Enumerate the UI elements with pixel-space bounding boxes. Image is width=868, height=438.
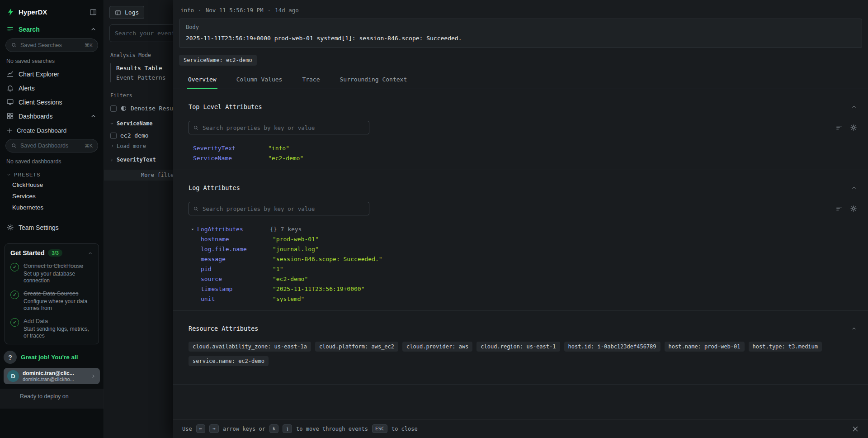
get-started-item-add-data[interactable]: ✓ Add Data Start sending logs, metrics, …: [10, 318, 93, 339]
shortcut-hint: ⌘K: [85, 143, 93, 149]
resource-chip[interactable]: cloud.availability_zone: us-east-1a: [189, 342, 311, 352]
get-started-item-subtitle: Set up your database connection: [24, 271, 91, 284]
collapse-section-icon[interactable]: [851, 325, 857, 332]
search-nav-icon: [6, 25, 14, 33]
sidebar-item-label: Alerts: [19, 85, 35, 92]
attribute-value: "1": [273, 266, 857, 273]
event-timestamp: Nov 11 5:56:19 PM: [206, 7, 264, 14]
resource-chip[interactable]: host.name: prod-web-01: [665, 342, 745, 352]
collapse-section-icon[interactable]: [851, 104, 857, 110]
search-icon: [11, 42, 17, 48]
get-started-item-text: Create Data Sources Configure where your…: [24, 290, 91, 312]
hyperdx-logo-icon[interactable]: [6, 8, 15, 16]
monitor-icon: [6, 98, 14, 106]
collapse-section-icon[interactable]: [851, 185, 857, 191]
presets-toggle[interactable]: PRESETS: [6, 172, 97, 177]
attribute-row[interactable]: hostname "prod-web-01": [189, 234, 857, 244]
attribute-row[interactable]: source "ec2-demo": [189, 274, 857, 284]
sidebar-item-alerts[interactable]: Alerts: [0, 81, 104, 95]
attribute-value: "journal.log": [273, 246, 857, 253]
resource-chip[interactable]: cloud.region: us-east-1: [476, 342, 560, 352]
sort-lines-icon[interactable]: [835, 205, 843, 212]
user-texts: dominic.tran@clic... dominic.tran@clickh…: [23, 370, 87, 382]
section-toolbar: [189, 202, 857, 215]
saved-dashboards-field[interactable]: [20, 143, 81, 149]
attribute-row[interactable]: log.file.name "journal.log": [189, 244, 857, 254]
get-started-item-sources[interactable]: ✓ Create Data Sources Configure where yo…: [10, 290, 93, 312]
sidebar-item-search[interactable]: Search: [0, 22, 104, 36]
ec2-demo-checkbox[interactable]: [110, 133, 117, 139]
sidebar-item-team-settings[interactable]: Team Settings: [0, 220, 104, 234]
preset-item-kubernetes[interactable]: Kubernetes: [0, 202, 104, 213]
k-key: k: [269, 424, 279, 433]
attribute-row[interactable]: SeverityText "info": [189, 143, 857, 153]
attribute-key: pid: [193, 266, 273, 273]
sidebar-item-chart-explorer[interactable]: Chart Explorer: [0, 67, 104, 81]
saved-searches-input[interactable]: ⌘K: [5, 38, 98, 52]
resource-chip[interactable]: service.name: ec2-demo: [189, 356, 269, 366]
gear-icon[interactable]: [850, 124, 857, 131]
sidebar-item-dashboards[interactable]: Dashboards: [0, 109, 104, 123]
attribute-row[interactable]: pid "1": [189, 264, 857, 274]
attribute-row[interactable]: timestamp "2025-11-11T23:56:19+0000": [189, 284, 857, 294]
sidebar-item-label: Chart Explorer: [19, 71, 59, 78]
chevron-down-icon: [109, 121, 114, 126]
user-menu[interactable]: D dominic.tran@clic... dominic.tran@clic…: [4, 368, 100, 384]
attribute-key: hostname: [193, 236, 273, 243]
resource-chip[interactable]: cloud.provider: aws: [402, 342, 472, 352]
property-search-box[interactable]: [189, 121, 369, 134]
section-log-attributes: Log Attributes LogAttributes {} 7 keys: [173, 170, 868, 311]
tab-overview[interactable]: Overview: [187, 71, 217, 89]
tab-column-values[interactable]: Column Values: [236, 71, 283, 89]
saved-searches-field[interactable]: [20, 42, 81, 48]
saved-dashboards-input[interactable]: ⌘K: [5, 139, 98, 152]
attribute-key: ServiceName: [193, 155, 268, 162]
attribute-value: "ec2-demo": [273, 276, 857, 283]
preset-item-clickhouse[interactable]: ClickHouse: [0, 179, 104, 190]
sidebar-item-label: Search: [19, 26, 40, 33]
chevron-up-icon: [90, 112, 97, 120]
denoise-checkbox[interactable]: [110, 105, 117, 112]
resource-chip[interactable]: host.id: i-0abc123def456789: [564, 342, 660, 352]
logs-source-icon: [115, 10, 121, 16]
property-search-box[interactable]: [189, 202, 369, 215]
get-started-item-title: Connect to ClickHouse: [24, 262, 91, 269]
get-started-header[interactable]: Get Started 3/3: [10, 249, 93, 257]
attribute-root-row[interactable]: LogAttributes {} 7 keys: [189, 224, 857, 234]
preset-item-services[interactable]: Services: [0, 190, 104, 202]
property-search-input[interactable]: [203, 205, 365, 212]
section-tools: [835, 124, 857, 131]
resource-chip[interactable]: host.type: t3.medium: [749, 342, 822, 352]
footer-text: Use: [182, 426, 192, 432]
attribute-value: "ec2-demo": [268, 155, 857, 162]
chart-icon: [6, 70, 14, 78]
tab-trace[interactable]: Trace: [301, 71, 321, 89]
get-started-item-text: Connect to ClickHouse Set up your databa…: [24, 262, 91, 284]
expand-caret-icon[interactable]: [190, 227, 195, 232]
attribute-key: source: [193, 276, 273, 283]
resource-chip[interactable]: cloud.platform: aws_ec2: [315, 342, 398, 352]
deploy-toast: Ready to deploy on: [0, 389, 104, 409]
sidebar-item-client-sessions[interactable]: Client Sessions: [0, 95, 104, 109]
footer-text: to move through events: [296, 426, 368, 432]
get-started-item-connect[interactable]: ✓ Connect to ClickHouse Set up your data…: [10, 262, 93, 284]
tab-surrounding-context[interactable]: Surrounding Context: [339, 71, 408, 89]
presets-label: PRESETS: [14, 172, 40, 177]
attribute-row[interactable]: unit "systemd": [189, 294, 857, 304]
attribute-row[interactable]: ServiceName "ec2-demo": [189, 153, 857, 163]
close-icon[interactable]: [852, 425, 859, 433]
user-email: dominic.tran@clickho...: [23, 376, 87, 382]
create-dashboard-button[interactable]: Create Dashboard: [0, 123, 104, 137]
help-button[interactable]: ?: [4, 351, 17, 364]
service-name-tag[interactable]: ServiceName: ec2-demo: [179, 55, 257, 66]
property-search-input[interactable]: [203, 124, 365, 131]
get-started-item-title: Add Data: [24, 318, 91, 324]
source-select-button[interactable]: Logs: [109, 6, 144, 19]
separator-dot: ·: [198, 7, 202, 14]
congrats-row: ? Great job! You're all: [4, 351, 104, 364]
gear-icon[interactable]: [850, 205, 857, 212]
sort-lines-icon[interactable]: [835, 124, 843, 131]
attribute-row[interactable]: message "session-846.scope: Succeeded.": [189, 254, 857, 264]
sidebar-collapse-icon[interactable]: [89, 8, 97, 16]
chevron-up-icon[interactable]: [87, 250, 93, 256]
